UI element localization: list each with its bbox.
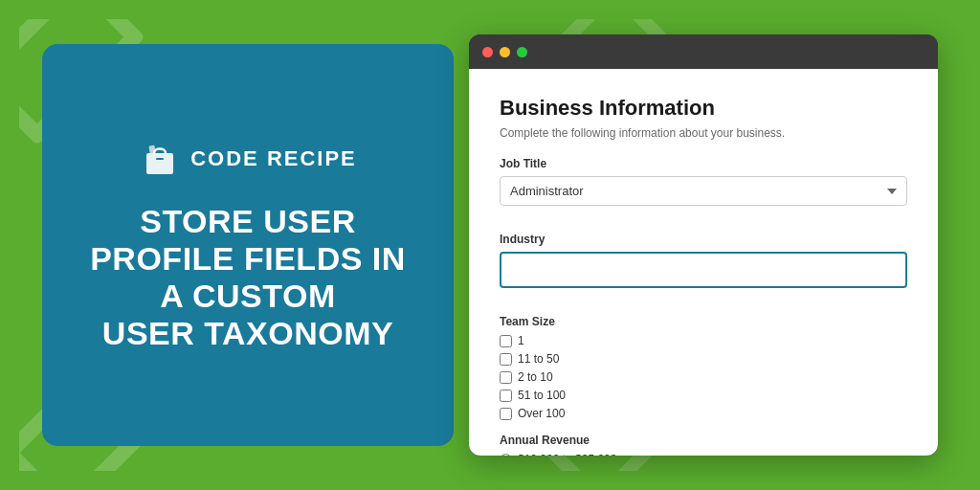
job-title-label: Job Title (500, 157, 907, 170)
team-size-option-51-100[interactable]: 51 to 100 (500, 389, 907, 402)
team-size-option-2-10[interactable]: 2 to 10 (500, 370, 907, 384)
job-title-select[interactable]: Administrator Manager Developer Designer (500, 176, 907, 206)
annual-revenue-section: Annual Revenue $10,000 to $25,000 $26,00… (500, 434, 907, 456)
svg-rect-1 (156, 158, 164, 160)
left-panel: CODE RECIPE STORE USER PROFILE FIELDS IN… (42, 44, 454, 446)
team-size-option-11-50[interactable]: 11 to 50 (500, 352, 907, 366)
minimize-button-icon[interactable] (500, 47, 510, 57)
team-size-label: Team Size (500, 315, 907, 328)
main-heading: STORE USER PROFILE FIELDS IN A CUSTOM US… (90, 203, 406, 352)
revenue-option-10k-25k[interactable]: $10,000 to $25,000 (500, 453, 907, 456)
annual-revenue-label: Annual Revenue (500, 434, 907, 447)
maximize-button-icon[interactable] (517, 47, 527, 57)
revenue-radio-10k-25k[interactable] (500, 454, 512, 457)
industry-input[interactable] (500, 252, 907, 288)
logo-icon (139, 138, 181, 180)
logo-text: CODE RECIPE (190, 146, 357, 171)
annual-revenue-radio-group: $10,000 to $25,000 $26,000 to $50,0000 $… (500, 453, 907, 456)
team-size-checkbox-1[interactable] (500, 335, 512, 347)
svg-rect-2 (149, 145, 156, 153)
team-size-checkbox-over-100[interactable] (500, 408, 512, 420)
team-size-checkbox-group: 1 11 to 50 2 to 10 51 to 100 Over 100 (500, 334, 907, 420)
close-button-icon[interactable] (482, 47, 493, 57)
browser-mockup: Business Information Complete the follow… (469, 34, 938, 456)
team-size-section: Team Size 1 11 to 50 2 to 10 51 to 100 (500, 315, 907, 420)
team-size-option-over-100[interactable]: Over 100 (500, 407, 907, 420)
industry-section: Industry (500, 233, 907, 301)
job-title-section: Job Title Administrator Manager Develope… (500, 157, 907, 219)
team-size-checkbox-11-50[interactable] (500, 353, 512, 366)
form-title: Business Information (500, 96, 907, 121)
svg-rect-0 (146, 153, 173, 174)
industry-label: Industry (500, 233, 907, 246)
logo-row: CODE RECIPE (139, 138, 357, 180)
browser-content: Business Information Complete the follow… (469, 69, 938, 456)
form-subtitle: Complete the following information about… (500, 126, 907, 140)
team-size-checkbox-2-10[interactable] (500, 371, 512, 384)
browser-titlebar (469, 34, 938, 69)
outer-wrapper: CODE RECIPE STORE USER PROFILE FIELDS IN… (19, 19, 961, 471)
team-size-option-1[interactable]: 1 (500, 334, 907, 347)
team-size-checkbox-51-100[interactable] (500, 390, 512, 402)
